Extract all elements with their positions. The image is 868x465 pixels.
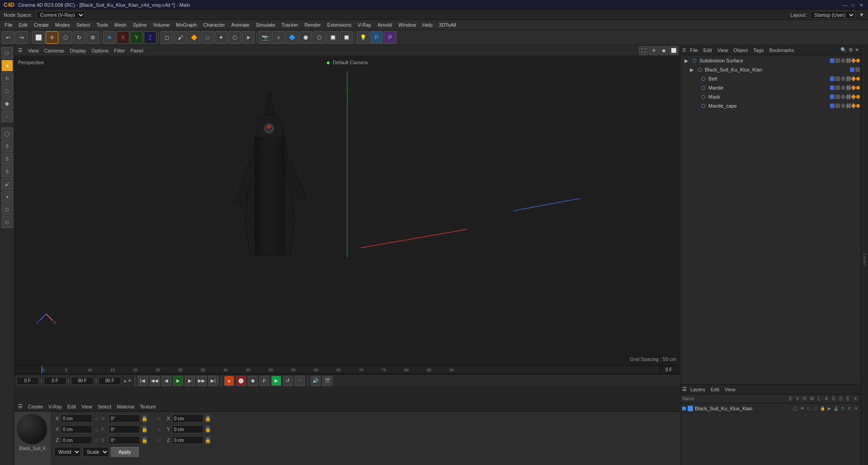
start-frame-input[interactable] (16, 377, 39, 385)
rotate-tool-button[interactable]: ↻ (1, 72, 13, 84)
layout-dropdown[interactable]: Startup (User) (810, 11, 855, 19)
subdiv-expand-icon[interactable]: ▶ (683, 57, 689, 64)
vp-menu-view[interactable]: View (26, 47, 41, 54)
cape-checker[interactable] (846, 104, 851, 108)
mantle-circle[interactable] (841, 85, 845, 90)
om-object-menu[interactable]: Object (731, 47, 750, 53)
menu-spline[interactable]: Spline (130, 22, 150, 28)
vp-center-button[interactable]: ✛ (649, 46, 658, 55)
obj-row-mantle-cape[interactable]: ⬡ Mantle_cape (681, 101, 860, 110)
play-button[interactable]: ▶ (173, 376, 183, 386)
cinema-button[interactable]: 🎬 (322, 376, 332, 386)
rotate-button[interactable]: ↻ (73, 31, 85, 44)
subdiv-color-dot[interactable] (830, 58, 835, 63)
om-view-menu[interactable]: View (716, 47, 730, 53)
dots-button[interactable]: ⋯ (295, 376, 305, 386)
layer-d-icon[interactable]: D (840, 406, 845, 411)
axis-x-button[interactable]: X (117, 31, 129, 44)
om-menu-icon[interactable]: ☰ (682, 47, 686, 52)
ry-input[interactable] (172, 425, 203, 433)
scale-button[interactable]: ⬡ (59, 31, 72, 44)
menu-help[interactable]: Help (420, 22, 435, 28)
arrow-button[interactable]: ➤ (242, 31, 255, 44)
move-tool-button[interactable]: ✛ (1, 60, 13, 71)
b-input[interactable] (108, 436, 140, 444)
menu-modes[interactable]: Modes (52, 22, 73, 28)
model-tool-button[interactable]: ⬡ (1, 47, 13, 59)
b-lock-icon[interactable]: 🔒 (142, 436, 147, 444)
python-button[interactable]: P (370, 31, 383, 44)
layer-manager-icon[interactable]: □ (813, 406, 818, 411)
menu-create[interactable]: Create (31, 22, 52, 28)
y-pos-input[interactable] (61, 425, 92, 433)
suit-vis-dot[interactable] (855, 67, 860, 72)
menu-volume[interactable]: Volume (151, 22, 173, 28)
layer-eye-icon[interactable]: 👁 (799, 406, 805, 411)
cape-diamond[interactable] (851, 103, 856, 108)
h-lock-icon[interactable]: 🔒 (142, 414, 147, 422)
vp-expand-button[interactable]: ⬜ (669, 46, 678, 55)
node-space-dropdown[interactable]: Current (V-Ray) (36, 11, 85, 19)
tool5-button[interactable]: ⚙ (86, 31, 99, 44)
menu-mesh[interactable]: Mesh (112, 22, 129, 28)
camera-button[interactable]: 📷 (259, 31, 271, 44)
tool-btn3[interactable]: ⬣ (299, 31, 312, 44)
apply-button[interactable]: Apply (111, 447, 139, 457)
paint-tool-button[interactable]: 🖌 (1, 178, 13, 190)
axis-y-button[interactable]: Y (130, 31, 143, 44)
select-mode-button[interactable]: ⬜ (32, 31, 45, 44)
current-frame-input[interactable] (44, 377, 66, 385)
line-tool-button[interactable]: ⟋ (1, 110, 13, 122)
belt-color-dot[interactable] (830, 76, 835, 81)
belt-checker[interactable] (846, 76, 851, 81)
layer-color-swatch[interactable] (688, 406, 693, 411)
bt-vray[interactable]: V-Ray (47, 403, 64, 410)
plus-button[interactable]: ✛ (103, 31, 116, 44)
ry-lock-icon[interactable]: 🔒 (205, 425, 211, 433)
redo-button[interactable]: ↪ (15, 31, 28, 44)
belt-diamond[interactable] (851, 76, 856, 81)
layer-row-black-suit[interactable]: Black_Suit_Ku_Klux_Klan ◯ 👁 ⬡ □ 🔒 ▶ ⚓ D … (680, 403, 861, 413)
auto-key-button[interactable]: ⬤ (236, 376, 246, 386)
layer-play-icon[interactable]: ▶ (826, 406, 832, 411)
rz-input[interactable] (172, 436, 203, 444)
key-button[interactable]: ◆ (248, 376, 258, 386)
bt-view[interactable]: View (80, 403, 94, 410)
polygon-tool-button[interactable]: ⬟ (1, 98, 13, 109)
undo-button[interactable]: ↩ (2, 31, 14, 44)
bt-menu-icon[interactable]: ☰ (16, 403, 24, 410)
vp-fit-button[interactable]: ◉ (659, 46, 668, 55)
material3-tool-button[interactable]: S (1, 166, 13, 177)
object-mode-button[interactable]: ◻ (160, 31, 173, 44)
mask-orange[interactable] (856, 95, 860, 99)
cape-orange[interactable] (856, 104, 860, 108)
material2-tool-button[interactable]: S (1, 153, 13, 165)
go-end-button[interactable]: ▶| (208, 376, 218, 386)
bt-edit[interactable]: Edit (66, 403, 78, 410)
menu-simulate[interactable]: Simulate (253, 22, 278, 28)
mantle-orange[interactable] (856, 86, 860, 90)
layers-menu-icon[interactable]: ☰ (682, 386, 687, 392)
layers-edit-menu[interactable]: Edit (709, 387, 721, 392)
obj-row-mask[interactable]: ⬡ Mask (681, 92, 860, 101)
rx-input[interactable] (172, 414, 203, 422)
end-frame-input[interactable] (71, 377, 94, 385)
material-thumbnail[interactable] (16, 413, 48, 445)
play-mode-button[interactable]: ▶ (271, 376, 281, 386)
obj-row-black-suit[interactable]: ▶ ⬡ Black_Suit_Ku_Klux_Klan (681, 65, 860, 74)
layer-lock-icon[interactable]: 🔒 (820, 406, 825, 411)
scale-tool-button[interactable]: ⬡ (1, 85, 13, 97)
layer-render-icon[interactable]: ⬡ (806, 406, 811, 411)
menu-select[interactable]: Select (74, 22, 93, 28)
mask-diamond[interactable] (851, 94, 856, 99)
om-search-icon[interactable]: 🔍 (840, 47, 847, 53)
layer-x-icon[interactable]: ✕ (854, 406, 859, 411)
operation-dropdown[interactable]: Scale (83, 447, 109, 457)
close-button[interactable]: ✕ (858, 2, 864, 8)
mask-vis-dot[interactable] (835, 95, 840, 99)
om-edit-menu[interactable]: Edit (702, 47, 714, 53)
vp-navigate-button[interactable]: ⛶ (639, 46, 648, 55)
timeline-ruler[interactable]: 0 5 10 15 20 25 30 35 40 45 50 (14, 366, 680, 374)
cape-color-dot[interactable] (830, 104, 835, 108)
suit-expand-icon[interactable]: ▶ (689, 66, 695, 73)
